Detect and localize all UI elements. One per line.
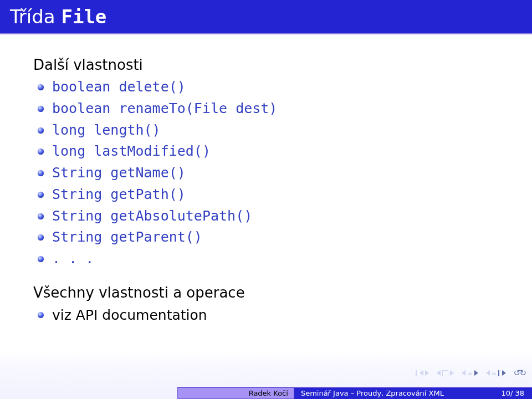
list-item: boolean renameTo(File dest) [52,98,499,120]
list-item: long lastModified() [52,141,499,162]
footer: Radek Kočí Seminář Java – Proudy, Zpraco… [0,379,532,399]
footer-subject: Seminář Java – Proudy, Zpracování XML [301,389,444,399]
footer-author: Radek Kočí [177,387,294,399]
nav-first[interactable] [416,370,429,376]
nav-next[interactable]: ≡ [486,370,506,377]
slide-title: Třída File [0,0,532,28]
nav-prev-section[interactable] [437,370,454,376]
footer-subject-box: Seminář Java – Proudy, Zpracování XML 10… [294,387,532,399]
list-item: boolean delete() [52,76,499,98]
title-code: File [61,6,106,28]
list-item: . . . [52,248,499,270]
nav-prev[interactable]: ≡ [462,370,478,377]
list-item: String getAbsolutePath() [52,206,499,227]
list-item: long length() [52,120,499,141]
title-band: Třída File [0,0,532,34]
section1-heading: Další vlastnosti [33,57,499,73]
list-item: String getName() [52,162,499,184]
slide: Třída File Další vlastnosti boolean dele… [0,0,532,399]
section2-list: viz API documentation [52,304,499,326]
list-item: String getParent() [52,227,499,248]
footer-page: 10/ 38 [501,389,524,399]
section2-heading: Všechny vlastnosti a operace [33,284,499,301]
list-item: viz API documentation [52,304,499,326]
section1-list: boolean delete() boolean renameTo(File d… [33,76,499,270]
title-prefix: Třída [10,6,55,28]
list-item: String getPath() [52,184,499,206]
slide-body: Další vlastnosti boolean delete() boolea… [33,57,499,326]
nav-controls: ≡ ≡ ↺↻ [416,368,525,378]
nav-loop-icon[interactable]: ↺↻ [514,368,525,378]
